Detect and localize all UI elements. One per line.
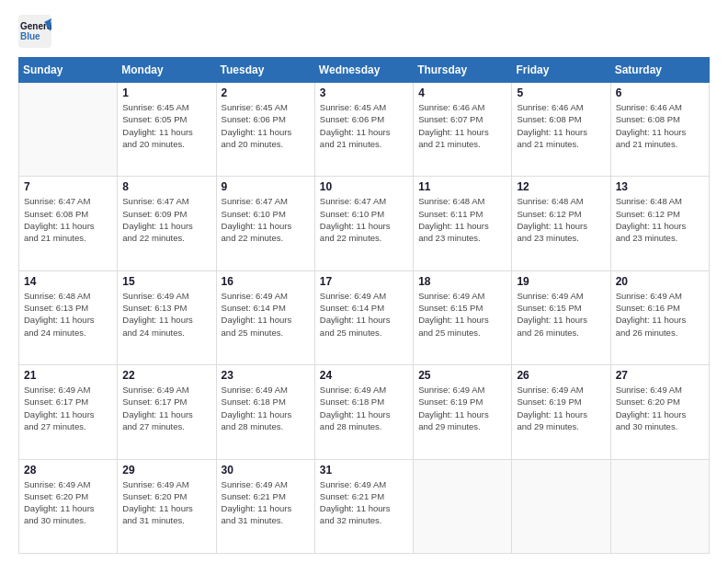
day-number: 29 bbox=[122, 464, 210, 477]
calendar-cell: 15Sunrise: 6:49 AM Sunset: 6:13 PM Dayli… bbox=[118, 270, 216, 364]
calendar-cell: 2Sunrise: 6:45 AM Sunset: 6:06 PM Daylig… bbox=[216, 83, 314, 177]
page: General Blue SundayMondayTuesdayWednesda… bbox=[0, 0, 728, 563]
header: General Blue bbox=[18, 15, 710, 48]
day-number: 19 bbox=[517, 275, 605, 288]
day-number: 22 bbox=[122, 369, 210, 382]
day-number: 10 bbox=[320, 180, 408, 193]
calendar-cell: 21Sunrise: 6:49 AM Sunset: 6:17 PM Dayli… bbox=[19, 365, 118, 459]
day-number: 12 bbox=[517, 180, 605, 193]
day-number: 27 bbox=[616, 369, 704, 382]
day-number: 24 bbox=[320, 369, 408, 382]
calendar-cell: 28Sunrise: 6:49 AM Sunset: 6:20 PM Dayli… bbox=[19, 459, 118, 553]
logo: General Blue bbox=[18, 15, 51, 48]
calendar-cell: 24Sunrise: 6:49 AM Sunset: 6:18 PM Dayli… bbox=[314, 365, 413, 459]
day-info: Sunrise: 6:45 AM Sunset: 6:05 PM Dayligh… bbox=[122, 101, 210, 150]
day-number: 2 bbox=[222, 86, 310, 99]
calendar-cell: 16Sunrise: 6:49 AM Sunset: 6:14 PM Dayli… bbox=[216, 270, 314, 364]
day-number: 31 bbox=[320, 464, 408, 477]
calendar-row: 21Sunrise: 6:49 AM Sunset: 6:17 PM Dayli… bbox=[19, 365, 710, 459]
day-number: 7 bbox=[24, 180, 112, 193]
calendar-table: SundayMondayTuesdayWednesdayThursdayFrid… bbox=[18, 57, 710, 554]
day-info: Sunrise: 6:49 AM Sunset: 6:19 PM Dayligh… bbox=[418, 384, 506, 432]
day-info: Sunrise: 6:49 AM Sunset: 6:20 PM Dayligh… bbox=[24, 478, 112, 527]
calendar-header-thursday: Thursday bbox=[414, 58, 512, 83]
svg-text:Blue: Blue bbox=[20, 31, 40, 41]
day-number: 8 bbox=[122, 180, 210, 193]
day-info: Sunrise: 6:46 AM Sunset: 6:08 PM Dayligh… bbox=[517, 101, 605, 150]
calendar-header-monday: Monday bbox=[118, 58, 216, 83]
logo-icon: General Blue bbox=[18, 15, 51, 48]
day-info: Sunrise: 6:45 AM Sunset: 6:06 PM Dayligh… bbox=[320, 101, 408, 150]
day-number: 28 bbox=[24, 464, 112, 477]
day-number: 13 bbox=[616, 180, 704, 193]
day-info: Sunrise: 6:49 AM Sunset: 6:15 PM Dayligh… bbox=[418, 290, 506, 339]
calendar-cell: 19Sunrise: 6:49 AM Sunset: 6:15 PM Dayli… bbox=[512, 270, 610, 364]
day-info: Sunrise: 6:49 AM Sunset: 6:13 PM Dayligh… bbox=[122, 290, 210, 339]
calendar-cell: 14Sunrise: 6:48 AM Sunset: 6:13 PM Dayli… bbox=[19, 270, 118, 364]
calendar-cell: 12Sunrise: 6:48 AM Sunset: 6:12 PM Dayli… bbox=[512, 177, 610, 270]
day-number: 30 bbox=[222, 464, 310, 477]
day-number: 9 bbox=[222, 180, 310, 193]
day-number: 15 bbox=[122, 275, 210, 288]
day-info: Sunrise: 6:49 AM Sunset: 6:15 PM Dayligh… bbox=[517, 290, 605, 339]
day-info: Sunrise: 6:49 AM Sunset: 6:20 PM Dayligh… bbox=[122, 478, 210, 527]
calendar-cell: 4Sunrise: 6:46 AM Sunset: 6:07 PM Daylig… bbox=[414, 83, 512, 177]
calendar-cell bbox=[610, 459, 709, 553]
calendar-cell: 31Sunrise: 6:49 AM Sunset: 6:21 PM Dayli… bbox=[314, 459, 413, 553]
day-info: Sunrise: 6:48 AM Sunset: 6:13 PM Dayligh… bbox=[24, 290, 112, 339]
calendar-cell: 3Sunrise: 6:45 AM Sunset: 6:06 PM Daylig… bbox=[314, 83, 413, 177]
day-info: Sunrise: 6:49 AM Sunset: 6:16 PM Dayligh… bbox=[616, 290, 704, 339]
calendar-row: 14Sunrise: 6:48 AM Sunset: 6:13 PM Dayli… bbox=[19, 270, 710, 364]
day-info: Sunrise: 6:47 AM Sunset: 6:09 PM Dayligh… bbox=[122, 195, 210, 244]
calendar-cell bbox=[512, 459, 610, 553]
day-number: 25 bbox=[418, 369, 506, 382]
calendar-header-saturday: Saturday bbox=[610, 58, 709, 83]
day-info: Sunrise: 6:47 AM Sunset: 6:10 PM Dayligh… bbox=[222, 195, 310, 244]
calendar-cell: 5Sunrise: 6:46 AM Sunset: 6:08 PM Daylig… bbox=[512, 83, 610, 177]
day-number: 16 bbox=[222, 275, 310, 288]
day-info: Sunrise: 6:48 AM Sunset: 6:12 PM Dayligh… bbox=[616, 195, 704, 244]
calendar-cell: 18Sunrise: 6:49 AM Sunset: 6:15 PM Dayli… bbox=[414, 270, 512, 364]
day-number: 14 bbox=[24, 275, 112, 288]
day-info: Sunrise: 6:45 AM Sunset: 6:06 PM Dayligh… bbox=[222, 101, 310, 150]
day-info: Sunrise: 6:46 AM Sunset: 6:07 PM Dayligh… bbox=[418, 101, 506, 150]
calendar-cell: 27Sunrise: 6:49 AM Sunset: 6:20 PM Dayli… bbox=[610, 365, 709, 459]
day-info: Sunrise: 6:49 AM Sunset: 6:18 PM Dayligh… bbox=[320, 384, 408, 432]
day-info: Sunrise: 6:49 AM Sunset: 6:17 PM Dayligh… bbox=[24, 384, 112, 432]
day-number: 20 bbox=[616, 275, 704, 288]
day-info: Sunrise: 6:49 AM Sunset: 6:18 PM Dayligh… bbox=[222, 384, 310, 432]
day-info: Sunrise: 6:47 AM Sunset: 6:08 PM Dayligh… bbox=[24, 195, 112, 244]
calendar-cell: 7Sunrise: 6:47 AM Sunset: 6:08 PM Daylig… bbox=[19, 177, 118, 270]
calendar-cell: 17Sunrise: 6:49 AM Sunset: 6:14 PM Dayli… bbox=[314, 270, 413, 364]
day-info: Sunrise: 6:49 AM Sunset: 6:14 PM Dayligh… bbox=[222, 290, 310, 339]
calendar-row: 1Sunrise: 6:45 AM Sunset: 6:05 PM Daylig… bbox=[19, 83, 710, 177]
calendar-cell: 9Sunrise: 6:47 AM Sunset: 6:10 PM Daylig… bbox=[216, 177, 314, 270]
day-number: 1 bbox=[122, 86, 210, 99]
calendar-cell: 6Sunrise: 6:46 AM Sunset: 6:08 PM Daylig… bbox=[610, 83, 709, 177]
day-info: Sunrise: 6:49 AM Sunset: 6:20 PM Dayligh… bbox=[616, 384, 704, 432]
day-number: 4 bbox=[418, 86, 506, 99]
day-info: Sunrise: 6:47 AM Sunset: 6:10 PM Dayligh… bbox=[320, 195, 408, 244]
day-info: Sunrise: 6:49 AM Sunset: 6:21 PM Dayligh… bbox=[222, 478, 310, 527]
day-info: Sunrise: 6:49 AM Sunset: 6:14 PM Dayligh… bbox=[320, 290, 408, 339]
calendar-header-friday: Friday bbox=[512, 58, 610, 83]
day-number: 11 bbox=[418, 180, 506, 193]
calendar-cell: 11Sunrise: 6:48 AM Sunset: 6:11 PM Dayli… bbox=[414, 177, 512, 270]
day-number: 21 bbox=[24, 369, 112, 382]
day-info: Sunrise: 6:49 AM Sunset: 6:19 PM Dayligh… bbox=[517, 384, 605, 432]
calendar-cell: 8Sunrise: 6:47 AM Sunset: 6:09 PM Daylig… bbox=[118, 177, 216, 270]
day-number: 26 bbox=[517, 369, 605, 382]
day-number: 3 bbox=[320, 86, 408, 99]
calendar-cell: 22Sunrise: 6:49 AM Sunset: 6:17 PM Dayli… bbox=[118, 365, 216, 459]
day-info: Sunrise: 6:46 AM Sunset: 6:08 PM Dayligh… bbox=[616, 101, 704, 150]
day-number: 5 bbox=[517, 86, 605, 99]
day-info: Sunrise: 6:48 AM Sunset: 6:12 PM Dayligh… bbox=[517, 195, 605, 244]
calendar-cell: 23Sunrise: 6:49 AM Sunset: 6:18 PM Dayli… bbox=[216, 365, 314, 459]
calendar-cell: 13Sunrise: 6:48 AM Sunset: 6:12 PM Dayli… bbox=[610, 177, 709, 270]
calendar-cell: 1Sunrise: 6:45 AM Sunset: 6:05 PM Daylig… bbox=[118, 83, 216, 177]
calendar-cell bbox=[414, 459, 512, 553]
calendar-header-tuesday: Tuesday bbox=[216, 58, 314, 83]
day-number: 17 bbox=[320, 275, 408, 288]
calendar-cell: 10Sunrise: 6:47 AM Sunset: 6:10 PM Dayli… bbox=[314, 177, 413, 270]
day-info: Sunrise: 6:49 AM Sunset: 6:21 PM Dayligh… bbox=[320, 478, 408, 527]
